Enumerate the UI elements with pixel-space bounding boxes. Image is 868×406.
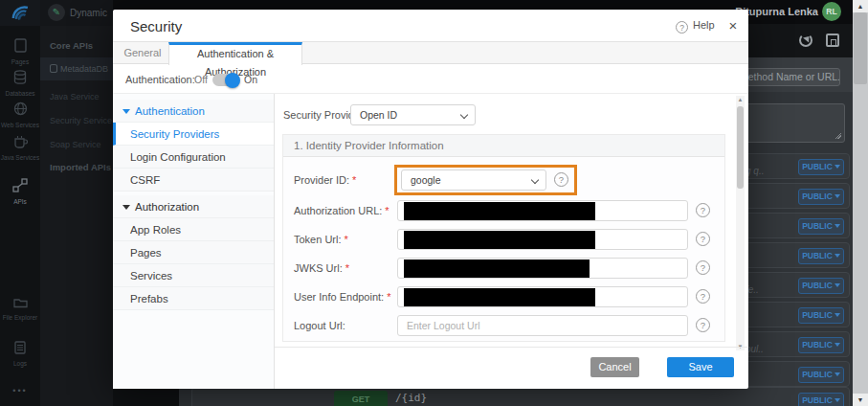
- panel-item-soap-service[interactable]: Soap Service: [40, 133, 113, 156]
- access-level-dropdown[interactable]: PUBLIC: [798, 337, 844, 353]
- provider-id-select[interactable]: google: [401, 169, 546, 191]
- authentication-toggle-row: Authentication: Off On: [113, 64, 748, 94]
- nav-item-security-providers[interactable]: Security Providers: [113, 123, 274, 146]
- provider-id-label: Provider ID:*: [294, 174, 356, 186]
- cancel-button[interactable]: Cancel: [590, 357, 639, 377]
- sidebar-item-file-explorer[interactable]: File Explorer: [0, 295, 40, 321]
- modal-side-nav: Authentication Security Providers Login …: [113, 94, 275, 389]
- help-button[interactable]: ?Help: [676, 19, 715, 34]
- chevron-down-icon: [835, 372, 840, 376]
- api-method-row[interactable]: GET /{id} PUBLIC: [191, 387, 850, 406]
- modal-scrollbar[interactable]: ▲ ▼: [736, 96, 745, 350]
- apis-panel: ✎ Dynamic Core APIs MetadataDB Java Serv…: [40, 0, 113, 406]
- section-imported-apis: Imported APIs: [50, 162, 111, 172]
- nav-item-login-configuration[interactable]: Login Configuration: [113, 146, 274, 169]
- access-level-dropdown[interactable]: PUBLIC: [798, 278, 844, 294]
- nav-group-authorization[interactable]: Authorization: [113, 195, 274, 218]
- access-level-dropdown[interactable]: PUBLIC: [798, 393, 844, 406]
- required-mark: *: [352, 174, 356, 186]
- modal-content: Security Provider: Open ID 1. Identity P…: [275, 94, 748, 347]
- coffee-cup-icon: [13, 135, 28, 148]
- access-level-dropdown[interactable]: PUBLIC: [798, 307, 844, 324]
- help-icon[interactable]: ?: [696, 289, 710, 304]
- jwks-url-label: JWKS Url:*: [294, 262, 349, 274]
- tab-general[interactable]: General: [117, 42, 168, 64]
- panel-item-java-service[interactable]: Java Service: [40, 85, 113, 108]
- access-level-dropdown[interactable]: PUBLIC: [798, 248, 844, 264]
- chevron-down-icon: [835, 313, 840, 317]
- redacted-value: [404, 231, 595, 249]
- help-icon[interactable]: ?: [696, 232, 710, 246]
- sidebar-item-logs[interactable]: Logs: [0, 341, 40, 367]
- nav-item-app-roles[interactable]: App Roles: [113, 218, 274, 241]
- avatar[interactable]: RL: [822, 2, 841, 21]
- chevron-down-icon: [835, 165, 840, 169]
- refresh-icon[interactable]: [799, 34, 812, 47]
- tab-authentication-authorization[interactable]: Authentication & Authorization: [168, 42, 302, 65]
- security-provider-select[interactable]: Open ID: [350, 104, 476, 125]
- required-mark: *: [345, 262, 349, 274]
- chevron-down-icon: [835, 343, 840, 347]
- jwks-url-input[interactable]: [397, 258, 688, 279]
- save-button[interactable]: Save: [667, 357, 734, 377]
- apis-icon: [12, 178, 28, 192]
- access-level-dropdown[interactable]: PUBLIC: [798, 159, 844, 175]
- toggle-on-label: On: [244, 74, 257, 85]
- nav-group-authentication[interactable]: Authentication: [113, 100, 274, 123]
- globe-icon: [13, 102, 28, 116]
- required-mark: *: [345, 234, 348, 245]
- page-scrollbar[interactable]: ▲ ▼: [853, 0, 868, 406]
- authorization-url-label: Authorization URL:*: [294, 205, 389, 216]
- resize-handle-icon[interactable]: [835, 132, 841, 139]
- chevron-down-icon: [835, 283, 840, 287]
- nav-item-prefabs[interactable]: Prefabs: [113, 287, 274, 310]
- token-url-input[interactable]: [397, 229, 688, 250]
- redacted-value: [404, 288, 595, 306]
- nav-item-pages[interactable]: Pages: [113, 241, 274, 264]
- chevron-down-icon: [460, 111, 468, 119]
- access-level-dropdown[interactable]: PUBLIC: [798, 218, 844, 235]
- scrollbar-thumb[interactable]: [854, 12, 867, 84]
- project-icon: ✎: [48, 4, 65, 21]
- sidebar-item-java-services[interactable]: Java Services: [0, 135, 40, 161]
- chevron-down-icon: [835, 224, 840, 228]
- access-level-dropdown[interactable]: PUBLIC: [798, 189, 844, 205]
- scrollbar-thumb[interactable]: [737, 106, 744, 189]
- scroll-up-icon[interactable]: ▲: [853, 0, 868, 12]
- authentication-toggle[interactable]: [212, 74, 238, 86]
- help-icon[interactable]: ?: [696, 203, 710, 217]
- database-icon: [13, 70, 27, 84]
- modal-title: Security: [130, 18, 182, 34]
- help-icon[interactable]: ?: [554, 172, 568, 187]
- save-icon[interactable]: [826, 34, 839, 47]
- project-header: ✎ Dynamic: [40, 0, 113, 26]
- sidebar-item-web-services[interactable]: Web Services: [0, 102, 40, 128]
- folder-icon: [13, 297, 28, 308]
- authorization-url-input[interactable]: [397, 200, 688, 221]
- scroll-down-icon[interactable]: ▼: [853, 394, 868, 406]
- sidebar-item-pages[interactable]: Pages: [0, 38, 40, 65]
- logout-url-input[interactable]: Enter Logout Url: [397, 315, 688, 336]
- required-mark: *: [387, 291, 390, 303]
- help-icon: ?: [676, 21, 688, 34]
- close-icon[interactable]: ×: [723, 16, 743, 35]
- panel-item-security-service[interactable]: Security Service: [40, 109, 113, 132]
- nav-item-services[interactable]: Services: [113, 264, 274, 287]
- nav-item-csrf[interactable]: CSRF: [113, 169, 274, 192]
- user-info-endpoint-input[interactable]: [397, 286, 688, 307]
- sidebar-item-databases[interactable]: Databases: [0, 70, 40, 97]
- panel-item-metadatadb[interactable]: MetadataDB: [40, 57, 113, 80]
- help-icon[interactable]: ?: [696, 318, 710, 332]
- access-level-dropdown[interactable]: PUBLIC: [798, 367, 844, 383]
- wavemaker-logo-icon[interactable]: [0, 0, 40, 26]
- chevron-down-icon: [835, 398, 840, 402]
- section-core-apis: Core APIs: [50, 40, 93, 51]
- token-url-label: Token Url:*: [294, 234, 348, 245]
- sidebar-item-apis[interactable]: APIs: [0, 178, 40, 205]
- more-options-icon[interactable]: •••: [0, 386, 40, 395]
- chevron-down-icon: [835, 254, 840, 258]
- chevron-down-icon: [835, 194, 840, 198]
- logout-url-label: Logout Url:: [294, 320, 345, 331]
- help-icon[interactable]: ?: [696, 260, 710, 275]
- scroll-up-icon[interactable]: ▲: [736, 97, 745, 102]
